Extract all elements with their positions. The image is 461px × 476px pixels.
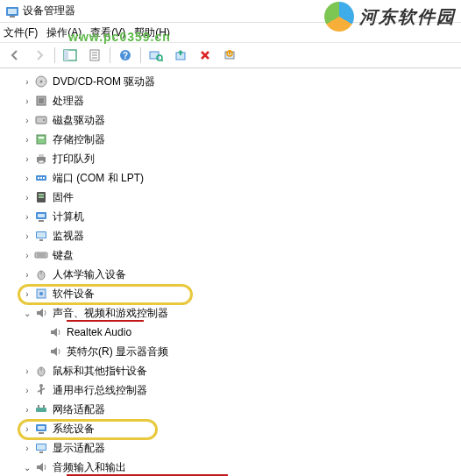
tree-child-node[interactable]: 英特尔(R) 显示器音频 [0, 342, 461, 361]
tree-node-label: 鼠标和其他指针设备 [53, 364, 147, 379]
tree-node[interactable]: ›端口 (COM 和 LPT) [0, 168, 461, 188]
disk-icon [33, 112, 49, 128]
expand-chevron-icon[interactable]: › [21, 96, 33, 106]
svg-rect-30 [40, 177, 42, 179]
tree-node-label: 网络适配器 [53, 402, 105, 417]
svg-rect-20 [39, 98, 44, 103]
devmgr-icon [5, 4, 19, 18]
expand-chevron-icon[interactable]: › [21, 193, 33, 202]
tree-node-label: 固件 [53, 190, 74, 205]
svg-rect-54 [36, 408, 46, 412]
svg-point-22 [43, 119, 45, 121]
tree-node-label: 软件设备 [53, 287, 95, 302]
expand-chevron-icon[interactable]: ⌄ [21, 463, 33, 472]
tree-node-label: DVD/CD-ROM 驱动器 [53, 75, 155, 89]
expand-chevron-icon[interactable]: › [21, 251, 33, 260]
svg-rect-58 [38, 426, 45, 430]
tree-child-node[interactable]: Realtek Audio [0, 323, 461, 342]
uninstall-button[interactable] [195, 46, 215, 65]
tree-node[interactable]: ›监视器 [0, 226, 461, 245]
expand-chevron-icon[interactable]: › [21, 289, 33, 299]
expand-chevron-icon[interactable]: › [21, 116, 33, 125]
monitor-icon [33, 228, 49, 244]
expand-chevron-icon[interactable]: › [21, 212, 33, 222]
tree-node-label: 端口 (COM 和 LPT) [53, 171, 144, 186]
printer-icon [33, 151, 49, 167]
tree-node[interactable]: ›存储控制器 [0, 130, 461, 149]
tree-node[interactable]: ›系统设备 [0, 419, 461, 438]
tree-node-label: 声音、视频和游戏控制器 [53, 306, 168, 321]
tree-node-label: 监视器 [53, 229, 84, 244]
svg-rect-56 [43, 405, 45, 408]
svg-point-50 [39, 384, 43, 387]
svg-rect-23 [37, 135, 46, 144]
window-title: 设备管理器 [23, 4, 75, 18]
svg-rect-21 [36, 117, 46, 124]
menu-file[interactable]: 文件(F) [4, 25, 38, 40]
tree-node[interactable]: ›显示适配器 [0, 438, 461, 458]
nav-back-button[interactable] [5, 46, 25, 65]
expand-chevron-icon[interactable]: › [21, 77, 33, 87]
expand-chevron-icon[interactable]: › [21, 366, 33, 376]
tree-node[interactable]: ›软件设备 [0, 284, 461, 303]
tree-node[interactable]: ⌄音频输入和输出 [0, 458, 461, 476]
expand-chevron-icon[interactable]: › [21, 231, 33, 241]
mouse-icon [33, 363, 49, 379]
svg-rect-37 [39, 220, 44, 222]
display-icon [33, 440, 49, 456]
port-icon [33, 170, 49, 186]
tree-node[interactable]: ›人体学输入设备 [0, 265, 461, 284]
tree-node[interactable]: ›网络适配器 [0, 400, 461, 419]
expand-chevron-icon[interactable]: ⌄ [21, 309, 33, 318]
tree-node[interactable]: ›固件 [0, 188, 461, 207]
tree-node[interactable]: ›计算机 [0, 207, 461, 226]
device-tree[interactable]: ›DVD/CD-ROM 驱动器›处理器›磁盘驱动器›存储控制器›打印队列›端口 … [0, 68, 461, 476]
tree-node[interactable]: ›DVD/CD-ROM 驱动器 [0, 72, 461, 91]
tree-node-label: 存储控制器 [53, 132, 105, 147]
svg-rect-26 [39, 154, 44, 157]
software-icon [33, 286, 49, 302]
svg-rect-39 [37, 232, 46, 238]
watermark-logo-icon [324, 2, 354, 32]
svg-rect-59 [39, 432, 44, 434]
tree-node-label: 计算机 [53, 210, 84, 224]
audio-icon [33, 459, 49, 475]
tree-node[interactable]: ›处理器 [0, 91, 461, 110]
svg-rect-62 [39, 451, 43, 453]
expand-chevron-icon[interactable]: › [21, 424, 33, 434]
toolbar-separator [54, 47, 55, 63]
keyboard-icon [33, 247, 49, 263]
audio-icon [33, 305, 49, 321]
help-button[interactable]: ? [116, 46, 135, 65]
expand-chevron-icon[interactable]: › [21, 405, 33, 415]
expand-chevron-icon[interactable]: › [21, 444, 33, 453]
tree-node[interactable]: ›打印队列 [0, 149, 461, 168]
tree-node[interactable]: ›磁盘驱动器 [0, 110, 461, 130]
tree-node[interactable]: ›鼠标和其他指针设备 [0, 361, 461, 380]
watermark-url: www.pc0359.cn [68, 30, 171, 44]
show-hide-button[interactable] [60, 46, 80, 65]
expand-chevron-icon[interactable]: › [21, 135, 33, 145]
tree-node[interactable]: ⌄声音、视频和游戏控制器 [0, 303, 461, 323]
scan-hardware-button[interactable] [146, 46, 166, 65]
tree-node[interactable]: ›通用串行总线控制器 [0, 380, 461, 400]
expand-chevron-icon[interactable]: › [21, 174, 33, 183]
nav-forward-button[interactable] [30, 46, 49, 65]
disable-button[interactable] [220, 46, 239, 65]
svg-rect-27 [39, 160, 44, 163]
expand-chevron-icon[interactable]: › [21, 386, 33, 395]
tree-node-label: 人体学输入设备 [53, 267, 126, 282]
update-driver-button[interactable] [171, 46, 190, 65]
hid-icon [33, 266, 49, 282]
tree-node[interactable]: ›键盘 [0, 245, 461, 265]
expand-chevron-icon[interactable]: › [21, 270, 33, 280]
expand-chevron-icon[interactable]: › [21, 154, 33, 164]
svg-point-18 [40, 81, 43, 83]
svg-text:?: ? [123, 51, 128, 60]
tree-node-label: 显示适配器 [53, 441, 105, 456]
tree-node-label: 磁盘驱动器 [53, 113, 105, 128]
tree-node-label: 打印队列 [53, 152, 95, 167]
properties-button[interactable] [85, 46, 104, 65]
svg-rect-33 [39, 194, 44, 195]
toolbar-separator [140, 47, 141, 63]
